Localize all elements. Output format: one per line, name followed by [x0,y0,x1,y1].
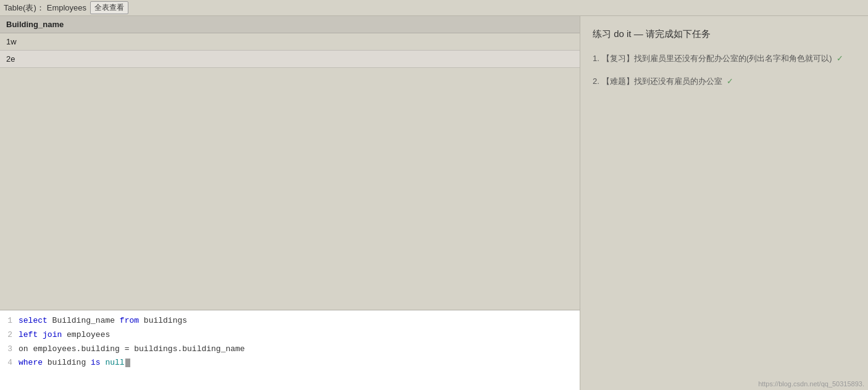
main-content: Building_name 1w2e 1select Building_name… [0,16,868,390]
results-table-wrapper[interactable]: Building_name 1w2e [0,16,580,310]
cell-building-name: 2e [0,51,580,68]
check-mark: ✓ [725,77,734,86]
line-number: 3 [0,343,19,356]
left-panel: Building_name 1w2e 1select Building_name… [0,16,580,390]
sql-line: 2left join employees [0,328,580,342]
task-text: 【复习】找到雇员里还没有分配办公室的(列出名字和角色就可以) ✓ [602,52,856,65]
cell-building-name: 1w [0,33,580,51]
sql-code: on employees.building = buildings.buildi… [19,343,245,356]
col-building-name: Building_name [0,16,580,33]
line-number: 4 [0,357,19,370]
task-number: 1. [593,52,599,65]
sql-line: 4where building is null [0,356,580,370]
sql-code: where building is null [19,357,130,370]
task-item: 2.【难题】找到还没有雇员的办公室 ✓ [593,75,856,88]
sql-code: left join employees [19,329,110,342]
task-item: 1.【复习】找到雇员里还没有分配办公室的(列出名字和角色就可以) ✓ [593,52,856,65]
watermark: https://blog.csdn.net/qq_50315893. [758,380,864,388]
task-list: 1.【复习】找到雇员里还没有分配办公室的(列出名字和角色就可以) ✓2.【难题】… [593,52,856,88]
table-row: 2e [0,51,580,68]
sql-line: 1select Building_name from buildings [0,314,580,328]
table-header: Building_name [0,16,580,33]
line-number: 2 [0,329,19,342]
sql-code: select Building_name from buildings [19,315,187,328]
sql-line: 3on employees.building = buildings.build… [0,342,580,357]
task-text: 【难题】找到还没有雇员的办公室 ✓ [602,75,856,88]
table-label: Table(表)： [4,2,44,14]
sql-editor[interactable]: 1select Building_name from buildings2lef… [0,310,580,390]
header-row: Building_name [0,16,580,33]
results-table: Building_name 1w2e [0,16,580,68]
table-name: Employees [47,3,86,12]
panel-title: 练习 do it — 请完成如下任务 [593,28,856,40]
table-body: 1w2e [0,33,580,68]
table-row: 1w [0,33,580,51]
text-cursor [125,359,130,367]
top-bar: Table(表)： Employees 全表查看 [0,0,868,16]
right-panel: 练习 do it — 请完成如下任务 1.【复习】找到雇员里还没有分配办公室的(… [580,16,868,390]
line-number: 1 [0,315,19,328]
results-area: Building_name 1w2e [0,16,580,310]
task-number: 2. [593,75,599,88]
check-mark: ✓ [835,54,844,63]
view-all-button[interactable]: 全表查看 [90,1,128,14]
